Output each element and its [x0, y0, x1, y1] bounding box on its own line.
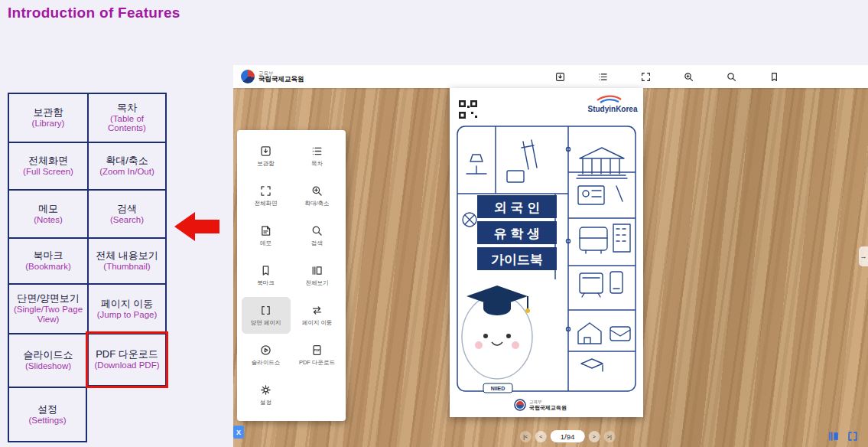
- svg-text:PDF: PDF: [314, 348, 320, 352]
- legend-cell-empty: [87, 387, 167, 442]
- toolbar-library-button[interactable]: [554, 70, 566, 83]
- menu-item-zoom[interactable]: 확대/축소: [293, 178, 342, 214]
- legend-cell-fullscreen: 전체화면 (Full Screen): [8, 142, 87, 189]
- legend-cell-search: 검색 (Search): [87, 189, 167, 237]
- viewer-menu-panel: 보관함 목차 전체화면 확대/축소 메모 검색: [237, 130, 346, 421]
- legend-cell-slideshow: 슬라이드쇼 (Slideshow): [8, 333, 87, 387]
- thumbnail-icon: [310, 264, 323, 277]
- bookmark-icon: [769, 71, 780, 83]
- legend-cell-pdf-download: PDF 다운로드 (Download PDF): [87, 333, 167, 387]
- page-title: Introduction of Features: [8, 5, 180, 21]
- toolbar-toc-button[interactable]: [597, 70, 609, 83]
- last-page-button[interactable]: >|: [603, 431, 615, 442]
- zoom-icon: [683, 71, 694, 83]
- feature-legend-table: 보관함 (Library) 목차 (Table of Contents) 전체화…: [8, 93, 167, 442]
- zoom-icon: [310, 184, 323, 197]
- mascot-character: NIIED: [462, 285, 532, 393]
- red-arrow-shaft: [195, 220, 219, 233]
- page-indicator[interactable]: 1/94: [551, 430, 585, 442]
- niied-logo-icon: [241, 70, 255, 83]
- legend-cell-bookmark: 북마크 (Bookmark): [8, 237, 87, 283]
- next-page-button[interactable]: >: [588, 431, 600, 442]
- book-cover-art: StudyinKorea: [450, 88, 643, 417]
- toolbar-search-button[interactable]: [725, 70, 737, 83]
- legend-cell-toc: 목차 (Table of Contents): [87, 93, 167, 142]
- viewer-header: 교육부 국립국제교육원: [233, 65, 868, 88]
- cover-publisher: 교육부 국립국제교육원: [515, 400, 567, 411]
- legend-cell-jump: 페이지 이동 (Jump to Page): [87, 283, 167, 333]
- legend-cell-thumbnail: 전체 내용보기 (Thumbnail): [87, 237, 167, 283]
- menu-close-button[interactable]: X: [233, 426, 244, 439]
- memo-icon: [259, 224, 272, 237]
- next-page-edge-button[interactable]: →: [859, 246, 868, 266]
- settings-icon: [259, 383, 272, 396]
- menu-item-pdf-download[interactable]: PDF PDF 다운로드: [293, 337, 342, 374]
- viewer-toolbar: [554, 70, 780, 83]
- red-arrow-head: [174, 212, 195, 241]
- fullscreen-icon: [640, 71, 652, 83]
- page-navigation: |< < 1/94 > >|: [520, 430, 616, 442]
- svg-text:교육부: 교육부: [529, 400, 542, 404]
- menu-item-thumbnail[interactable]: 전체보기: [293, 257, 342, 294]
- menu-item-bookmark[interactable]: 북마크: [242, 257, 291, 294]
- search-icon: [726, 71, 737, 83]
- bookmark-icon: [259, 264, 272, 277]
- search-icon: [310, 224, 323, 237]
- svg-text:유 학 생: 유 학 생: [494, 227, 540, 241]
- legend-cell-settings: 설정 (Settings): [8, 387, 87, 442]
- toc-icon: [597, 71, 609, 83]
- menu-item-slideshow[interactable]: 슬라이드쇼: [242, 337, 291, 374]
- svg-text:NIIED: NIIED: [491, 386, 506, 391]
- library-icon: [554, 71, 566, 83]
- studyinkorea-logo: StudyinKorea: [587, 96, 637, 113]
- bottom-right-controls: [827, 430, 859, 442]
- menu-item-settings[interactable]: 설정: [242, 377, 291, 413]
- toc-icon: [310, 145, 323, 158]
- legend-cell-notes: 메모 (Notes): [8, 189, 87, 237]
- menu-item-toc[interactable]: 목차: [293, 138, 342, 175]
- brand-org: 국립국제교육원: [258, 76, 304, 83]
- first-page-button[interactable]: |<: [520, 431, 532, 442]
- ebook-viewer: 교육부 국립국제교육원: [233, 65, 868, 447]
- svg-text:국립국제교육원: 국립국제교육원: [529, 405, 567, 411]
- menu-item-fullscreen[interactable]: 전체화면: [242, 178, 291, 214]
- toolbar-fullscreen-button[interactable]: [639, 70, 652, 83]
- red-arrow: [174, 212, 219, 241]
- legend-cell-zoom: 확대/축소 (Zoom In/Out): [87, 142, 167, 189]
- legend-cell-library: 보관함 (Library): [8, 93, 87, 142]
- book-title: 외 국 인 유 학 생 가이드북: [477, 195, 557, 270]
- fullscreen-icon: [259, 184, 272, 197]
- menu-item-memo[interactable]: 메모: [242, 217, 291, 254]
- slideshow-icon: [259, 344, 272, 357]
- qr-code-icon: [459, 100, 477, 119]
- svg-text:외 국 인: 외 국 인: [494, 201, 540, 215]
- jump-page-icon: [310, 304, 323, 317]
- viewer-brand: 교육부 국립국제교육원: [241, 70, 304, 83]
- book-cover-page[interactable]: StudyinKorea: [450, 88, 643, 417]
- pdf-icon: PDF: [310, 344, 323, 357]
- menu-item-library[interactable]: 보관함: [242, 138, 291, 175]
- two-page-view-icon[interactable]: [827, 430, 840, 442]
- menu-item-search[interactable]: 검색: [293, 217, 342, 254]
- library-icon: [259, 145, 272, 158]
- page: Introduction of Features 보관함 (Library) 목…: [0, 0, 868, 447]
- svg-text:StudyinKorea: StudyinKorea: [587, 105, 637, 113]
- menu-item-two-page[interactable]: 양면 페이지: [242, 297, 291, 334]
- legend-cell-pageview: 단면/양면보기 (Single/Two Page View): [8, 283, 87, 333]
- fullscreen-toggle-icon[interactable]: [847, 430, 859, 442]
- two-page-icon: [259, 304, 272, 317]
- menu-item-jump-page[interactable]: 페이지 이동: [293, 297, 342, 334]
- toolbar-bookmark-button[interactable]: [768, 70, 780, 83]
- toolbar-zoom-button[interactable]: [682, 70, 694, 83]
- svg-text:가이드북: 가이드북: [491, 253, 543, 267]
- prev-page-button[interactable]: <: [535, 431, 547, 442]
